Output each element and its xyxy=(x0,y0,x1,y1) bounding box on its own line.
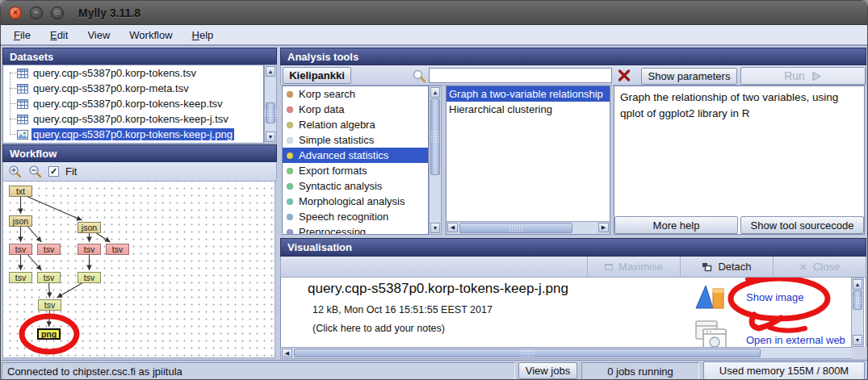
fit-checkbox[interactable] xyxy=(48,166,59,177)
scrollbar-corner xyxy=(852,347,866,359)
category-label: Relation algebra xyxy=(299,119,375,131)
datasets-scrollbar[interactable] xyxy=(264,65,277,144)
tool-search-input[interactable] xyxy=(429,68,612,83)
workflow-node-tsv[interactable]: tsv xyxy=(9,244,32,255)
category-label: Export formats xyxy=(299,165,367,177)
scroll-down-icon[interactable] xyxy=(430,223,440,233)
dataset-row[interactable]: query.cqp-s5387p0.korp-meta.tsv xyxy=(3,81,263,96)
category-row[interactable]: Relation algebra xyxy=(283,117,428,132)
show-parameters-button[interactable]: Show parameters xyxy=(641,68,737,85)
maximize-window-icon[interactable] xyxy=(51,6,64,19)
detach-button[interactable]: Detach xyxy=(680,257,773,277)
menu-help[interactable]: Help xyxy=(182,27,224,44)
tool-list[interactable]: Graph a two-variable relationshipHierarc… xyxy=(446,86,610,235)
scroll-up-icon[interactable] xyxy=(266,66,275,77)
dataset-row[interactable]: query.cqp-s5387p0.korp-tokens-keep.tsv xyxy=(3,96,263,111)
scroll-up-icon[interactable] xyxy=(853,279,862,290)
table-file-icon xyxy=(17,84,28,94)
used-memory-button[interactable]: Used memory 155M / 800M xyxy=(703,361,865,380)
visualisation-toolbar: Maximise Detach Close xyxy=(280,257,866,278)
workflow-node-json[interactable]: json xyxy=(78,222,101,233)
status-bar: Connected to chipster.csc.fi as jpiitula… xyxy=(1,360,868,380)
maximise-button[interactable]: Maximise xyxy=(587,257,680,277)
search-icon xyxy=(412,69,426,83)
vis-hscrollbar-thumb[interactable] xyxy=(294,349,761,357)
datasets-tree[interactable]: query.cqp-s5387p0.korp-tokens.tsvquery.c… xyxy=(2,65,264,144)
tool-scrollbar-thumb[interactable] xyxy=(459,223,572,233)
category-scrollbar-thumb[interactable] xyxy=(430,98,440,175)
datasets-scrollbar-thumb[interactable] xyxy=(266,102,275,123)
category-label: Speech recognition xyxy=(299,211,388,223)
menu-view[interactable]: View xyxy=(78,27,120,44)
workflow-node-tsv[interactable]: tsv xyxy=(37,244,61,255)
close-button[interactable]: Close xyxy=(773,257,866,277)
kielipankki-button[interactable]: Kielipankki xyxy=(283,67,351,84)
link-show-image[interactable]: Show image xyxy=(746,291,804,303)
workflow-node-tsv[interactable]: tsv xyxy=(9,272,32,283)
category-row[interactable]: Morphological analysis xyxy=(283,194,428,209)
scroll-left-icon[interactable] xyxy=(282,349,292,357)
tool-row[interactable]: Hierarchical clustering xyxy=(447,102,610,117)
minimize-window-icon[interactable] xyxy=(30,6,43,19)
category-dot-icon xyxy=(287,152,293,159)
workflow-title: Workflow xyxy=(10,148,57,160)
analysis-tools-header: Analysis tools xyxy=(280,48,866,65)
maximise-icon xyxy=(605,264,613,270)
category-row[interactable]: Simple statistics xyxy=(283,132,428,148)
connection-status: Connected to chipster.csc.fi as jpiitula xyxy=(2,362,515,380)
category-scrollbar[interactable] xyxy=(429,86,442,235)
dataset-name: query.cqp-s5387p0.korp-tokens-keep-j.tsv xyxy=(31,113,230,125)
show-sourcecode-button[interactable]: Show tool sourcecode xyxy=(740,216,864,234)
category-row[interactable]: Advanced statistics xyxy=(283,148,428,163)
tool-description: Graph the relationship of two variables,… xyxy=(614,86,864,124)
close-window-icon[interactable] xyxy=(9,6,22,19)
category-row[interactable]: Korp search xyxy=(283,86,428,102)
menu-bar: FileEditViewWorkflowHelp xyxy=(1,25,867,46)
workflow-node-png[interactable]: png xyxy=(37,328,61,340)
workflow-node-json[interactable]: json xyxy=(9,215,32,227)
notes-hint[interactable]: (Click here to add your notes) xyxy=(312,323,445,334)
scroll-down-icon[interactable] xyxy=(853,335,862,345)
category-row[interactable]: Export formats xyxy=(283,163,428,178)
dataset-row[interactable]: query.cqp-s5387p0.korp-tokens-keep-j.tsv xyxy=(3,111,263,127)
zoom-out-icon[interactable] xyxy=(28,165,42,178)
tool-category-list[interactable]: Korp searchKorp dataRelation algebraSimp… xyxy=(282,86,429,235)
category-row[interactable]: Syntactic analysis xyxy=(283,178,428,194)
analysis-tools-title: Analysis tools xyxy=(287,51,359,63)
more-help-button[interactable]: More help xyxy=(614,216,738,234)
menu-workflow[interactable]: Workflow xyxy=(120,27,182,44)
run-button[interactable]: Run xyxy=(740,67,866,85)
view-jobs-button[interactable]: View jobs xyxy=(518,362,577,379)
dataset-row[interactable]: query.cqp-s5387p0.korp-tokens-keep-j.png xyxy=(3,127,263,142)
visualisation-hscrollbar[interactable] xyxy=(280,347,866,359)
vis-scrollbar-thumb[interactable] xyxy=(853,290,862,310)
workflow-node-txt[interactable]: txt xyxy=(9,186,32,197)
dataset-name: query.cqp-s5387p0.korp-tokens.tsv xyxy=(31,67,198,79)
scroll-up-icon[interactable] xyxy=(430,87,440,98)
workflow-node-tsv[interactable]: tsv xyxy=(78,244,101,255)
link-open-in-external-web[interactable]: Open in external web xyxy=(746,334,845,346)
workflow-node-tsv[interactable]: tsv xyxy=(106,244,129,255)
menu-file[interactable]: File xyxy=(4,27,40,44)
workflow-node-tsv[interactable]: tsv xyxy=(38,299,61,311)
scroll-right-icon[interactable] xyxy=(598,223,609,232)
title-bar[interactable]: Mylly 3.11.8 xyxy=(1,1,867,25)
dataset-row[interactable]: query.cqp-s5387p0.korp-tokens.tsv xyxy=(3,65,263,81)
zoom-in-icon[interactable] xyxy=(8,165,22,178)
workflow-node-tsv[interactable]: tsv xyxy=(78,272,101,283)
workflow-canvas[interactable]: txtjsonjsontsvtsvtsvtsvtsvtsvtsvtsvpng xyxy=(2,182,275,358)
category-row[interactable]: Speech recognition xyxy=(283,209,428,224)
menu-edit[interactable]: Edit xyxy=(40,27,78,44)
tool-list-scrollbar[interactable] xyxy=(447,221,610,234)
category-row[interactable]: Korp data xyxy=(283,102,428,117)
scroll-down-icon[interactable] xyxy=(266,132,275,142)
dataset-name: query.cqp-s5387p0.korp-tokens-keep.tsv xyxy=(31,98,224,110)
tool-row[interactable]: Graph a two-variable relationship xyxy=(447,86,610,102)
scroll-left-icon[interactable] xyxy=(447,223,458,232)
clear-search-icon[interactable] xyxy=(618,69,631,81)
category-row[interactable]: Preprocessing xyxy=(283,224,428,235)
datasets-panel: Datasets query.cqp-s5387p0.korp-tokens.t… xyxy=(2,48,277,144)
visualisation-vscrollbar[interactable] xyxy=(851,278,864,347)
workflow-node-tsv[interactable]: tsv xyxy=(37,272,61,283)
datasets-header: Datasets xyxy=(2,48,277,65)
